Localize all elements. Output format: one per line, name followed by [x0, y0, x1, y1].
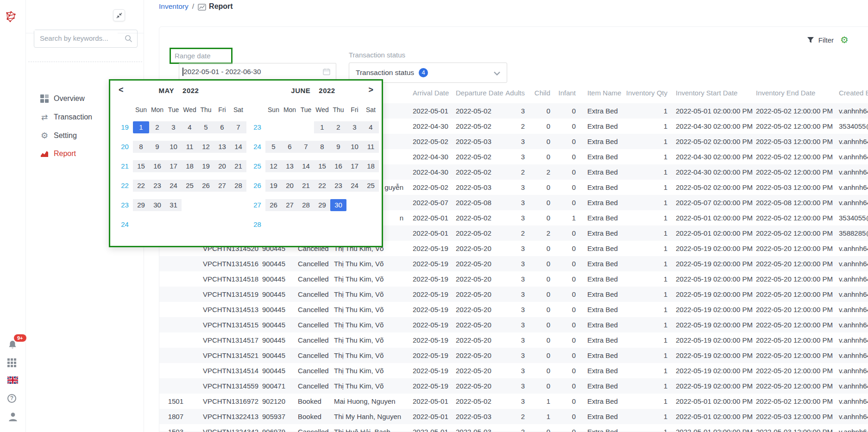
table-settings-gear-icon[interactable]: ⚙: [840, 35, 849, 44]
calendar-day[interactable]: 18: [182, 160, 198, 172]
calendar-day[interactable]: 17: [346, 160, 363, 172]
calendar-day[interactable]: 7: [298, 141, 314, 153]
transaction-status-label: Transaction status: [349, 51, 405, 59]
apps-grid-icon[interactable]: [7, 358, 19, 369]
calendar-day[interactable]: 19: [198, 160, 214, 172]
weekday-label: Tue: [298, 104, 314, 116]
language-flag-icon[interactable]: [7, 376, 18, 384]
calendar-day[interactable]: 16: [149, 160, 165, 172]
calendar-day[interactable]: 26: [198, 180, 214, 192]
table-row[interactable]: VPCHTN1314513900445CancelledThị Thu Kim,…: [159, 302, 868, 317]
calendar-day[interactable]: 25: [363, 180, 379, 192]
calendar-day[interactable]: 9: [330, 141, 346, 153]
calendar-day[interactable]: 2: [330, 121, 346, 133]
calendar-day[interactable]: 13: [282, 160, 298, 172]
calendar-day[interactable]: 27: [214, 180, 230, 192]
calendar-day[interactable]: 14: [230, 141, 246, 153]
calendar-day[interactable]: 1: [314, 121, 330, 133]
table-row[interactable]: VPCHTN1314516900445CancelledThị Thu Kim,…: [159, 256, 868, 271]
calendar-next-icon[interactable]: >: [368, 85, 373, 95]
calendar-day[interactable]: 21: [298, 180, 314, 192]
table-row[interactable]: 1503VPCHTN1324342906979CancelledThị Huệ …: [159, 424, 868, 432]
calendar-day[interactable]: 30: [149, 199, 165, 211]
calendar-day[interactable]: 24: [165, 180, 182, 192]
column-header-arrival: Arrival Date: [408, 82, 452, 103]
calendar-day[interactable]: 15: [314, 160, 330, 172]
table-row[interactable]: VPCHTN1314518900445CancelledThị Thu Kim,…: [159, 271, 868, 287]
week-number: 25: [249, 160, 265, 172]
calendar-day[interactable]: 6: [214, 121, 230, 133]
breadcrumb-inventory-link[interactable]: Inventory: [159, 2, 189, 11]
calendar-day[interactable]: 6: [282, 141, 298, 153]
calendar-day[interactable]: 5: [198, 121, 214, 133]
calendar-day[interactable]: 25: [182, 180, 198, 192]
calendar-prev-icon[interactable]: <: [119, 85, 124, 95]
calendar-day[interactable]: 14: [298, 160, 314, 172]
calendar-day[interactable]: 16: [330, 160, 346, 172]
calendar-day[interactable]: 8: [133, 141, 149, 153]
calendar-day[interactable]: 21: [230, 160, 246, 172]
weekday-label: Sat: [363, 104, 379, 116]
calendar-day[interactable]: 4: [363, 121, 379, 133]
table-row[interactable]: VPCHTN1314519900445CancelledThị Thu Kim,…: [159, 287, 868, 302]
app-logo-icon[interactable]: [5, 10, 18, 23]
notifications-button[interactable]: 9+: [7, 340, 19, 351]
calendar-day[interactable]: 8: [314, 141, 330, 153]
calendar-day[interactable]: 28: [230, 180, 246, 192]
weekday-label: Fri: [214, 104, 230, 116]
calendar-day[interactable]: 22: [314, 180, 330, 192]
chevron-down-icon: [494, 71, 500, 75]
table-row[interactable]: 1501VPCHTN1316972902120BookedMai Huong, …: [159, 394, 868, 409]
calendar-day[interactable]: 11: [363, 141, 379, 153]
table-row[interactable]: VPCHTN1314521900445CancelledThị Thu Kim,…: [159, 348, 868, 363]
table-row[interactable]: VPCHTN1314559900471CancelledThị Thu Kim,…: [159, 378, 868, 394]
calendar-day[interactable]: 1: [133, 121, 149, 133]
calendar-day[interactable]: 29: [133, 199, 149, 211]
calendar-day[interactable]: 5: [265, 141, 282, 153]
help-icon[interactable]: ?: [7, 394, 16, 403]
table-row[interactable]: VPCHTN1314514900445CancelledThị Thu Kim,…: [159, 363, 868, 378]
calendar-day[interactable]: 27: [282, 199, 298, 211]
calendar-day[interactable]: 7: [230, 121, 246, 133]
weekday-label: Mon: [282, 104, 298, 116]
calendar-day[interactable]: 19: [265, 180, 282, 192]
calendar-day[interactable]: 3: [346, 121, 363, 133]
overview-icon: [40, 94, 49, 103]
calendar-day[interactable]: 22: [133, 180, 149, 192]
calendar-day[interactable]: 9: [149, 141, 165, 153]
calendar-day[interactable]: 2: [149, 121, 165, 133]
calendar-day[interactable]: 15: [133, 160, 149, 172]
calendar-day[interactable]: 23: [149, 180, 165, 192]
calendar-day[interactable]: 20: [282, 180, 298, 192]
table-row[interactable]: VPCHTN1314515900445CancelledThị Thu Kim,…: [159, 317, 868, 332]
table-row[interactable]: VPCHTN1314517900445CancelledThị Thu Kim,…: [159, 332, 868, 348]
calendar-day[interactable]: 10: [346, 141, 363, 153]
calendar-day[interactable]: 11: [182, 141, 198, 153]
user-profile-icon[interactable]: [7, 411, 19, 422]
calendar-day[interactable]: 17: [165, 160, 182, 172]
calendar-day[interactable]: 10: [165, 141, 182, 153]
calendar-day[interactable]: 18: [363, 160, 379, 172]
sidebar-collapse-button[interactable]: [113, 9, 125, 21]
calendar-day[interactable]: 3: [165, 121, 182, 133]
calendar-day[interactable]: 28: [298, 199, 314, 211]
calendar-day[interactable]: 29: [314, 199, 330, 211]
calendar-day[interactable]: 20: [214, 160, 230, 172]
calendar-day[interactable]: 26: [265, 199, 282, 211]
search-input[interactable]: [34, 30, 118, 46]
calendar-day[interactable]: 4: [182, 121, 198, 133]
report-breadcrumb-icon: [198, 4, 206, 11]
breadcrumb: Inventory / Report: [159, 1, 233, 12]
calendar-day[interactable]: 12: [265, 160, 282, 172]
range-date-input[interactable]: 2022-05-01 - 2022-06-30: [179, 63, 336, 80]
sidebar-search[interactable]: [34, 30, 138, 48]
calendar-day[interactable]: 24: [346, 180, 363, 192]
calendar-day[interactable]: 31: [165, 199, 182, 211]
calendar-day[interactable]: 12: [198, 141, 214, 153]
calendar-day[interactable]: 13: [214, 141, 230, 153]
filter-button[interactable]: Filter: [807, 36, 834, 44]
calendar-day[interactable]: 23: [330, 180, 346, 192]
calendar-day[interactable]: 30: [330, 199, 346, 211]
table-row[interactable]: 1807VPCHTN1322413905937BookedThi My Hanh…: [159, 409, 868, 424]
weekday-label: Thu: [198, 104, 214, 116]
